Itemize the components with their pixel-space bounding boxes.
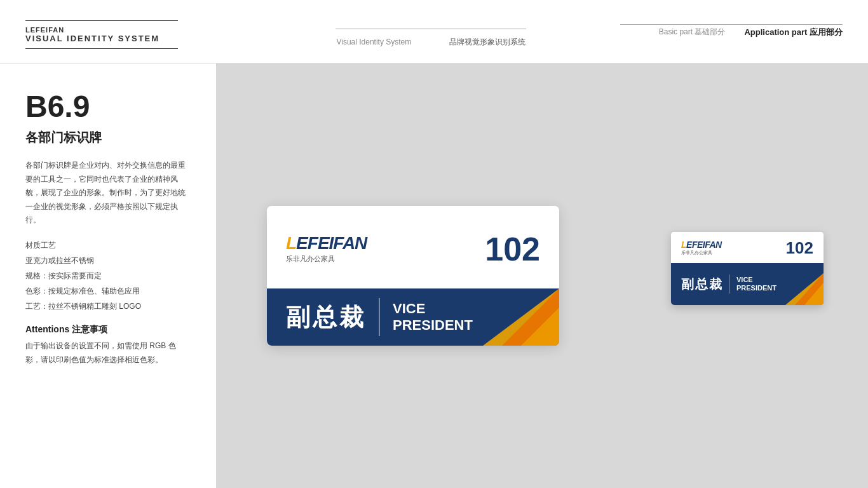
sign-decoration-small (785, 273, 824, 305)
sign-logo-cn-small: 乐非凡办公家具 (681, 250, 722, 256)
list-item-2: 亚克力或拉丝不锈钢 (25, 253, 191, 268)
section-desc: 各部门标识牌是企业对内、对外交换信息的最重要的工具之一，它同时也代表了企业的精神… (25, 159, 191, 227)
brand-subtitle: VISUAL IDENTITY SYSTEM (25, 34, 203, 43)
sign-divider-small (729, 274, 730, 294)
attention-title: Attentions 注意事项 (25, 324, 191, 336)
header: LEFEIFAN VISUAL IDENTITY SYSTEM Visual I… (0, 0, 868, 64)
list-item-5: 工艺：拉丝不锈钢精工雕刻 LOGO (25, 299, 191, 314)
list-item-1: 材质工艺 (25, 238, 191, 253)
header-top-line (25, 20, 178, 21)
sign-title-en-small: VICE PRESIDENT (736, 276, 776, 292)
sign-logo-text-large: LEFEIFAN (286, 234, 367, 252)
sign-large-top: LEFEIFAN 乐非凡办公家具 102 (267, 206, 559, 288)
header-center: Visual Identity System 品牌视觉形象识别系统 (203, 16, 659, 48)
sign-small-top: LEFEIFAN 乐非凡办公家具 102 (671, 232, 824, 263)
list-item-4: 色彩：按规定标准色、辅助色应用 (25, 283, 191, 299)
sign-large-bottom: 副总裁 VICE PRESIDENT (267, 288, 559, 346)
main-content: B6.9 各部门标识牌 各部门标识牌是企业对内、对外交换信息的最重要的工具之一，… (0, 64, 868, 488)
sidebar: B6.9 各部门标识牌 各部门标识牌是企业对内、对外交换信息的最重要的工具之一，… (0, 64, 216, 488)
sign-decoration-large (483, 288, 559, 346)
sign-large: LEFEIFAN 乐非凡办公家具 102 副总裁 VICE PRESIDENT (267, 206, 559, 346)
header-center-line (336, 29, 526, 29)
section-list: 材质工艺 亚克力或拉丝不锈钢 规格：按实际需要而定 色彩：按规定标准色、辅助色应… (25, 238, 191, 314)
section-title: 各部门标识牌 (25, 129, 191, 146)
sign-title-cn-large: 副总裁 (286, 301, 366, 334)
header-nav-labels: Basic part 基础部分 Application part 应用部分 (659, 27, 843, 38)
content-area: LEFEIFAN 乐非凡办公家具 102 副总裁 VICE PRESIDENT (216, 64, 868, 488)
sign-logo-large: LEFEIFAN 乐非凡办公家具 (286, 234, 367, 264)
nav-application[interactable]: Application part 应用部分 (744, 27, 843, 38)
sign-logo-small: LEFEIFAN 乐非凡办公家具 (681, 240, 722, 256)
sign-number-large: 102 (485, 230, 540, 268)
sign-number-small: 102 (786, 238, 813, 258)
sign-divider-large (379, 298, 380, 336)
brand-name: LEFEIFAN (25, 26, 203, 34)
header-right-line (620, 24, 843, 25)
header-bottom-line (25, 48, 178, 49)
sign-logo-cn-large: 乐非凡办公家具 (286, 254, 367, 264)
header-right: Basic part 基础部分 Application part 应用部分 (659, 25, 843, 38)
vis-label-en: Visual Identity System (336, 37, 411, 46)
sign-small: LEFEIFAN 乐非凡办公家具 102 副总裁 VICE PRESIDENT (671, 232, 824, 305)
sign-logo-text-small: LEFEIFAN (681, 240, 722, 249)
sign-title-cn-small: 副总裁 (681, 276, 723, 293)
sign-small-logo-rest: EFEIFAN (686, 240, 722, 250)
nav-basic[interactable]: Basic part 基础部分 (659, 27, 726, 37)
section-code: B6.9 (25, 89, 191, 124)
vis-label-cn: 品牌视觉形象识别系统 (449, 37, 526, 48)
list-item-3: 规格：按实际需要而定 (25, 268, 191, 283)
sign-title-en-large: VICE PRESIDENT (393, 301, 473, 334)
header-center-labels: Visual Identity System 品牌视觉形象识别系统 (336, 37, 526, 48)
header-left: LEFEIFAN VISUAL IDENTITY SYSTEM (25, 14, 203, 49)
sign-small-bottom: 副总裁 VICE PRESIDENT (671, 263, 824, 305)
attention-desc: 由于输出设备的设置不同，如需使用 RGB 色彩，请以印刷色值为标准选择相近色彩。 (25, 339, 191, 367)
